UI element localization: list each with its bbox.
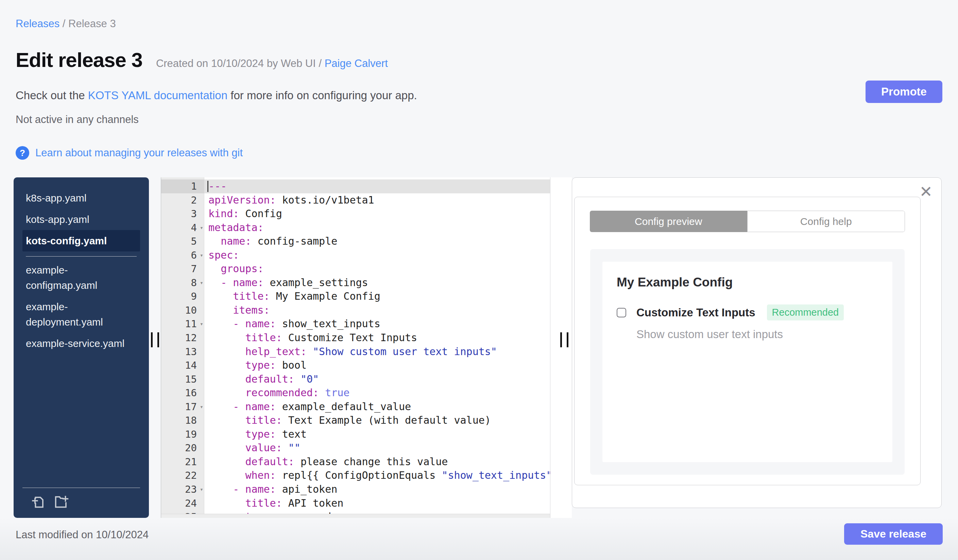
- fold-arrow-icon[interactable]: ▾: [200, 400, 203, 414]
- panel-resize-handle[interactable]: [550, 177, 572, 518]
- sidebar-file-example-deployment.yaml[interactable]: example-deployment.yaml: [22, 296, 140, 333]
- line-number: 17▾: [161, 400, 204, 414]
- line-content[interactable]: title: API token: [204, 497, 550, 510]
- author-link[interactable]: Paige Calvert: [325, 57, 388, 69]
- line-content[interactable]: value: "": [204, 441, 550, 455]
- edit-release-page: Releases / Release 3 Edit release 3 Crea…: [0, 0, 958, 560]
- line-content[interactable]: recommended: true: [204, 386, 550, 400]
- line-content[interactable]: help_text: "Show custom user text inputs…: [204, 345, 550, 359]
- config-preview-area: My Example Config Customize Text Inputs …: [590, 249, 905, 475]
- docs-suffix: for more info on configuring your app.: [227, 89, 417, 101]
- tab-config-preview[interactable]: Config preview: [590, 211, 747, 232]
- code-line-1[interactable]: 1---: [161, 179, 550, 193]
- learn-row: ? Learn about managing your releases wit…: [16, 146, 243, 160]
- line-content[interactable]: ---: [204, 179, 550, 193]
- git-releases-link[interactable]: Learn about managing your releases with …: [35, 147, 243, 159]
- line-number: 9: [161, 289, 204, 304]
- code-line-6[interactable]: 6▾spec:: [161, 248, 550, 262]
- code-line-19[interactable]: 19 type: text: [161, 427, 550, 441]
- code-line-14[interactable]: 14 type: bool: [161, 359, 550, 372]
- sidebar-file-kots-app.yaml[interactable]: kots-app.yaml: [22, 209, 140, 230]
- config-preview-card: My Example Config Customize Text Inputs …: [603, 262, 892, 462]
- line-content[interactable]: - name: example_default_value: [204, 400, 550, 414]
- sidebar-divider: [22, 487, 140, 488]
- line-content[interactable]: title: My Example Config: [204, 289, 550, 304]
- promote-button[interactable]: Promote: [866, 81, 942, 103]
- code-line-7[interactable]: 7 groups:: [161, 262, 550, 276]
- new-folder-icon[interactable]: [53, 494, 70, 511]
- line-number: 4▾: [161, 221, 204, 235]
- code-line-12[interactable]: 12 title: Customize Text Inputs: [161, 331, 550, 345]
- line-number: 2: [161, 193, 204, 207]
- line-content[interactable]: kind: Config: [204, 207, 550, 221]
- kots-yaml-docs-link[interactable]: KOTS YAML documentation: [88, 89, 227, 101]
- sidebar-file-kots-config.yaml[interactable]: kots-config.yaml: [22, 230, 140, 252]
- code-line-9[interactable]: 9 title: My Example Config: [161, 289, 550, 304]
- line-number: 5: [161, 234, 204, 248]
- created-info: Created on 10/10/2024 by Web UI / Paige …: [156, 57, 388, 70]
- code-line-4[interactable]: 4▾metadata:: [161, 221, 550, 235]
- code-line-11[interactable]: 11▾ - name: show_text_inputs: [161, 317, 550, 331]
- code-line-3[interactable]: 3kind: Config: [161, 207, 550, 221]
- line-number: 19: [161, 427, 204, 441]
- fold-arrow-icon[interactable]: ▾: [200, 221, 203, 235]
- line-content[interactable]: default: "0": [204, 372, 550, 386]
- line-number: 16: [161, 386, 204, 400]
- text-cursor: [207, 181, 208, 192]
- code-line-15[interactable]: 15 default: "0": [161, 372, 550, 386]
- sidebar-resize-handle[interactable]: [149, 177, 161, 518]
- line-content[interactable]: type: text: [204, 427, 550, 441]
- line-content[interactable]: - name: api_token: [204, 482, 550, 497]
- code-line-13[interactable]: 13 help_text: "Show custom user text inp…: [161, 345, 550, 359]
- line-content[interactable]: title: Customize Text Inputs: [204, 331, 550, 345]
- fold-arrow-icon[interactable]: ▾: [200, 248, 203, 262]
- line-content[interactable]: type: bool: [204, 359, 550, 372]
- close-icon[interactable]: ✕: [919, 184, 933, 199]
- code-line-10[interactable]: 10 items:: [161, 304, 550, 317]
- line-content[interactable]: - name: show_text_inputs: [204, 317, 550, 331]
- panel-tabs: Config previewConfig help: [590, 211, 905, 232]
- page-title: Edit release 3: [16, 48, 143, 72]
- sidebar-file-example-configmap.yaml[interactable]: example-configmap.yaml: [22, 259, 140, 296]
- fold-arrow-icon[interactable]: ▾: [200, 276, 203, 290]
- new-file-icon[interactable]: [30, 494, 47, 511]
- code-line-23[interactable]: 23▾ - name: api_token: [161, 482, 550, 497]
- code-line-5[interactable]: 5 name: config-sample: [161, 234, 550, 248]
- line-number: 13: [161, 345, 204, 359]
- line-content[interactable]: name: config-sample: [204, 234, 550, 248]
- help-question-icon[interactable]: ?: [16, 146, 29, 160]
- line-content[interactable]: items:: [204, 304, 550, 317]
- breadcrumb-releases-link[interactable]: Releases: [16, 18, 59, 30]
- code-line-16[interactable]: 16 recommended: true: [161, 386, 550, 400]
- code-line-20[interactable]: 20 value: "": [161, 441, 550, 455]
- line-content[interactable]: metadata:: [204, 221, 550, 235]
- line-content[interactable]: spec:: [204, 248, 550, 262]
- tab-config-help[interactable]: Config help: [747, 211, 905, 232]
- sidebar-file-k8s-app.yaml[interactable]: k8s-app.yaml: [22, 187, 140, 209]
- code-line-2[interactable]: 2apiVersion: kots.io/v1beta1: [161, 193, 550, 207]
- drag-grip-icon[interactable]: [560, 332, 568, 347]
- fold-arrow-icon[interactable]: ▾: [200, 317, 203, 331]
- line-content[interactable]: groups:: [204, 262, 550, 276]
- line-content[interactable]: - name: example_settings: [204, 276, 550, 290]
- sidebar-file-example-service.yaml[interactable]: example-service.yaml: [22, 333, 140, 354]
- code-line-24[interactable]: 24 title: API token: [161, 497, 550, 510]
- drag-grip-icon[interactable]: [151, 332, 159, 347]
- code-line-17[interactable]: 17▾ - name: example_default_value: [161, 400, 550, 414]
- save-release-button[interactable]: Save release: [844, 523, 943, 545]
- line-number: 14: [161, 359, 204, 372]
- code-line-22[interactable]: 22 when: repl{{ ConfigOptionEquals "show…: [161, 468, 550, 482]
- line-number: 10: [161, 304, 204, 317]
- line-content[interactable]: title: Text Example (with default value): [204, 414, 550, 427]
- customize-text-inputs-checkbox[interactable]: [617, 308, 626, 317]
- editor-horizontal-scrollbar[interactable]: [161, 514, 550, 518]
- fold-arrow-icon[interactable]: ▾: [200, 482, 203, 497]
- line-content[interactable]: when: repl{{ ConfigOptionEquals "show_te…: [204, 468, 550, 482]
- line-content[interactable]: default: please change this value: [204, 455, 550, 469]
- code-line-18[interactable]: 18 title: Text Example (with default val…: [161, 414, 550, 427]
- line-content[interactable]: apiVersion: kots.io/v1beta1: [204, 193, 550, 207]
- yaml-editor[interactable]: 1---2apiVersion: kots.io/v1beta13kind: C…: [161, 177, 550, 518]
- code-lines: 1---2apiVersion: kots.io/v1beta13kind: C…: [161, 177, 550, 518]
- code-line-8[interactable]: 8▾ - name: example_settings: [161, 276, 550, 290]
- code-line-21[interactable]: 21 default: please change this value: [161, 455, 550, 469]
